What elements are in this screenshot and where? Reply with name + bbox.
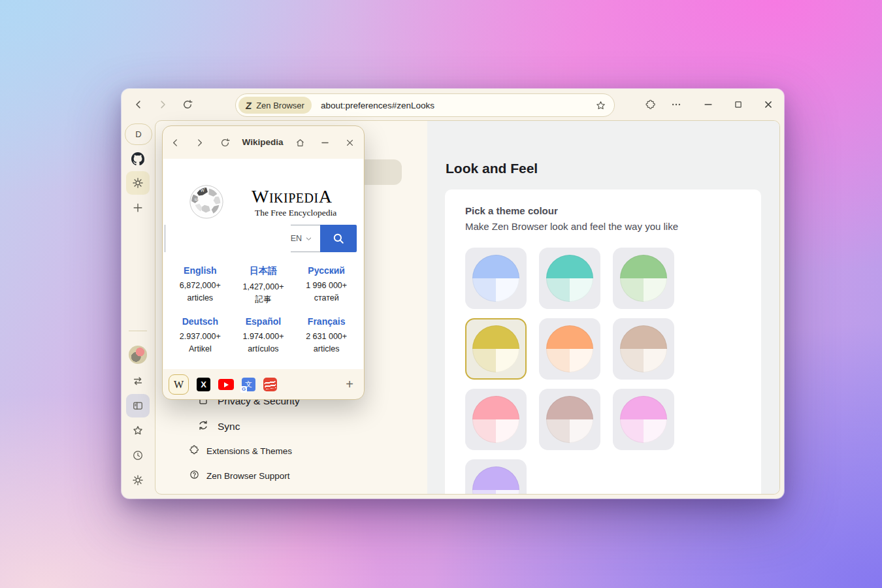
theme-card: Pick a theme colour Make Zen Browser loo… — [445, 189, 761, 495]
glance-minimize-button[interactable] — [316, 134, 333, 151]
swap-arrows-icon — [131, 374, 144, 387]
wikipedia-language-English[interactable]: English6,872,000+articles — [169, 265, 232, 305]
app-menu-button[interactable] — [667, 95, 685, 114]
language-code: EN — [291, 234, 302, 243]
close-icon — [762, 99, 774, 110]
language-link[interactable]: 日本語 — [232, 265, 295, 277]
settings-nav-item-sync[interactable]: Sync — [197, 419, 240, 434]
workspace-switch-button[interactable] — [126, 369, 150, 393]
todoist-shortcut[interactable] — [263, 378, 277, 391]
glance-titlebar[interactable]: Wikipedia — [163, 126, 364, 159]
article-count: 1.974.000+ — [232, 331, 295, 342]
settings-button[interactable] — [126, 468, 150, 492]
wikipedia-language-Deutsch[interactable]: Deutsch2.937.000+Artikel — [169, 316, 232, 355]
article-count: 2.937.000+ — [169, 331, 232, 342]
wikipedia-language-Español[interactable]: Español1.974.000+artículos — [232, 316, 295, 355]
star-icon — [595, 99, 607, 112]
article-label: artículos — [232, 344, 295, 355]
history-button[interactable] — [126, 444, 150, 467]
wikipedia-language-Русский[interactable]: Русский1 996 000+статей — [295, 265, 358, 305]
x-glyph: X — [201, 380, 206, 389]
zen-logo-icon: Z — [245, 100, 252, 111]
profile-avatar[interactable] — [129, 346, 147, 364]
translate-badge: G — [240, 386, 247, 393]
reload-button[interactable] — [178, 95, 197, 114]
settings-nav-item-zen-browser-support[interactable]: Zen Browser Support — [189, 469, 290, 482]
plus-icon — [131, 201, 144, 214]
svg-text:Ω: Ω — [195, 197, 198, 201]
active-tab-settings[interactable] — [126, 171, 150, 195]
theme-colour-green[interactable] — [613, 248, 674, 309]
theme-colour-pink[interactable] — [465, 389, 527, 450]
youtube-shortcut[interactable] — [218, 379, 234, 390]
help-icon — [189, 469, 200, 482]
puzzle-icon — [645, 99, 657, 110]
gear-icon — [131, 474, 144, 487]
language-link[interactable]: Русский — [295, 265, 358, 276]
language-link[interactable]: English — [169, 265, 232, 276]
wikipedia-language-日本語[interactable]: 日本語1,427,000+記事 — [232, 265, 295, 305]
url-bar[interactable]: Z Zen Browser about:preferences#zenLooks — [235, 93, 615, 117]
glance-reload-button[interactable] — [216, 134, 233, 151]
theme-circle — [620, 396, 667, 443]
language-selector[interactable]: EN — [291, 234, 320, 243]
wikipedia-page: W Ω WikipediA The Free Encyclopedia EN — [163, 159, 363, 369]
language-link[interactable]: Deutsch — [169, 316, 232, 327]
add-shortcut-button[interactable]: + — [341, 376, 358, 393]
glance-shortcuts: W X 文 G + — [163, 369, 364, 400]
wikipedia-shortcut[interactable]: W — [169, 374, 189, 395]
theme-colour-orange[interactable] — [539, 318, 600, 380]
article-label: статей — [295, 293, 358, 304]
theme-circle — [546, 255, 593, 302]
maximize-icon — [732, 99, 744, 110]
wikipedia-language-Français[interactable]: Français2 631 000+articles — [295, 316, 358, 355]
theme-colour-teal[interactable] — [539, 248, 600, 309]
theme-colour-magenta[interactable] — [613, 389, 674, 450]
theme-card-title: Pick a theme colour — [465, 205, 741, 216]
glance-home-button[interactable] — [291, 134, 308, 151]
reload-icon — [182, 99, 193, 110]
wikipedia-header: W Ω WikipediA The Free Encyclopedia — [187, 182, 359, 223]
x-shortcut[interactable]: X — [197, 378, 210, 391]
language-link[interactable]: Français — [295, 316, 358, 327]
settings-nav-item-extensions-themes[interactable]: Extensions & Themes — [189, 444, 292, 457]
chevron-left-icon — [170, 137, 181, 148]
minimize-icon — [319, 137, 331, 148]
translate-shortcut[interactable]: 文 G — [242, 378, 255, 391]
maximize-button[interactable] — [729, 95, 747, 114]
article-label: articles — [169, 293, 232, 304]
wikipedia-glyph: W — [174, 379, 184, 391]
bookmark-star-button[interactable] — [595, 99, 608, 112]
workspace-indicator[interactable]: D — [125, 123, 152, 145]
forward-button[interactable] — [154, 95, 172, 114]
new-tab-button[interactable] — [126, 196, 150, 220]
theme-colour-blue[interactable] — [465, 248, 527, 309]
close-button[interactable] — [759, 95, 777, 114]
theme-circle — [620, 255, 667, 302]
sidebar-panel-button[interactable] — [126, 394, 150, 417]
glance-close-button[interactable] — [341, 134, 358, 151]
article-count: 2 631 000+ — [295, 331, 358, 342]
language-link[interactable]: Español — [232, 316, 295, 327]
theme-colour-tan[interactable] — [613, 318, 674, 380]
theme-circle — [546, 325, 593, 372]
theme-colour-yellow[interactable] — [465, 318, 527, 380]
site-identity-badge[interactable]: Z Zen Browser — [238, 97, 312, 114]
glance-forward-button[interactable] — [191, 134, 208, 151]
theme-card-subtitle: Make Zen Browser look and feel the way y… — [465, 221, 741, 232]
article-count: 1 996 000+ — [295, 280, 358, 291]
chevron-down-icon — [305, 235, 312, 242]
glance-back-button[interactable] — [167, 134, 184, 151]
minimize-button[interactable] — [699, 95, 717, 114]
theme-circle — [620, 325, 667, 372]
theme-colour-mauve[interactable] — [539, 389, 600, 450]
wikipedia-search-button[interactable] — [320, 225, 357, 252]
bookmarks-button[interactable] — [126, 419, 150, 442]
chevron-left-icon — [133, 99, 144, 110]
star-icon — [131, 424, 144, 437]
back-button[interactable] — [129, 95, 148, 114]
theme-colour-purple[interactable] — [465, 459, 527, 495]
pinned-tab-github[interactable] — [126, 147, 150, 171]
wikipedia-search-input[interactable] — [165, 225, 291, 252]
extensions-button[interactable] — [642, 95, 660, 114]
